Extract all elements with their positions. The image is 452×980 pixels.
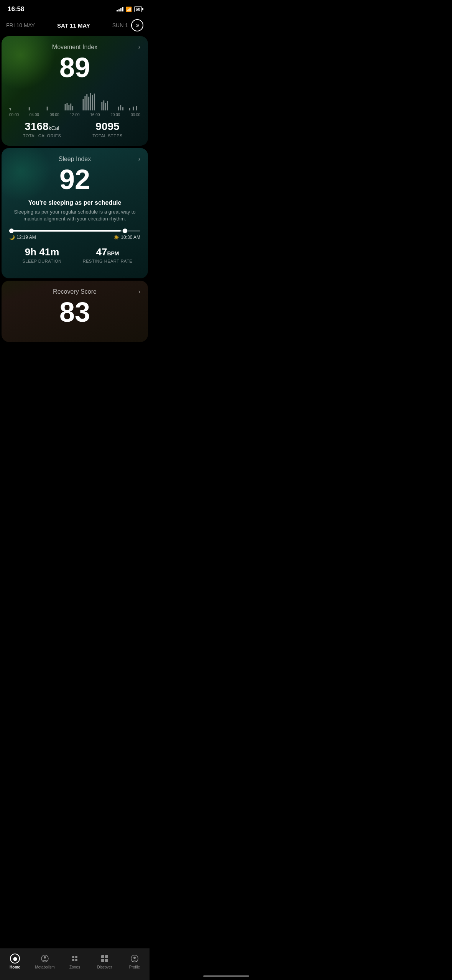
calendar-icon[interactable]: ⊙ bbox=[131, 19, 143, 31]
sleep-card-title: Sleep Index bbox=[9, 156, 140, 163]
timeline-dot-end bbox=[123, 229, 127, 233]
svg-rect-21 bbox=[122, 107, 123, 110]
sleep-duration-stat: 9h 41m SLEEP DURATION bbox=[9, 246, 75, 263]
calories-label: TOTAL CALORIES bbox=[9, 133, 75, 138]
svg-rect-9 bbox=[84, 96, 85, 110]
heart-rate-value: 47 bbox=[96, 246, 107, 258]
svg-rect-18 bbox=[107, 101, 108, 110]
sleep-start-time: 12:19 AM bbox=[16, 235, 36, 240]
status-icons: 📶 60 bbox=[117, 6, 142, 12]
timeline-dot-start bbox=[9, 229, 14, 233]
sleep-duration-label: SLEEP DURATION bbox=[9, 259, 75, 263]
moon-icon: 🌙 bbox=[9, 235, 15, 240]
date-navigation: FRI 10 MAY SAT 11 MAY SUN 1 ⊙ bbox=[0, 16, 150, 36]
svg-rect-14 bbox=[94, 94, 95, 110]
steps-label: TOTAL STEPS bbox=[75, 133, 140, 138]
svg-rect-23 bbox=[133, 107, 134, 110]
svg-rect-6 bbox=[70, 104, 71, 110]
svg-rect-16 bbox=[103, 100, 104, 110]
sleep-score: 92 bbox=[9, 166, 140, 193]
sleep-subtitle: You're sleeping as per schedule bbox=[9, 199, 140, 206]
chart-svg bbox=[9, 87, 140, 110]
svg-rect-7 bbox=[72, 106, 73, 110]
prev-date[interactable]: FRI 10 MAY bbox=[6, 22, 35, 28]
signal-icon bbox=[117, 7, 123, 12]
sun-icon: ☀️ bbox=[113, 235, 119, 240]
status-time: 16:58 bbox=[8, 5, 24, 13]
sleep-description: Sleeping as per your regular schedule is… bbox=[9, 209, 140, 222]
svg-rect-22 bbox=[129, 108, 130, 110]
next-date[interactable]: SUN 1 bbox=[112, 22, 128, 28]
calories-stat: 3168kCal TOTAL CALORIES bbox=[9, 120, 75, 138]
movement-card-title: Movement Index bbox=[9, 44, 140, 51]
sleep-card-arrow: › bbox=[138, 156, 140, 163]
heart-rate-stat: 47BPM RESTING HEART RATE bbox=[75, 246, 140, 263]
recovery-score: 83 bbox=[9, 298, 140, 326]
recovery-card-arrow: › bbox=[138, 288, 140, 295]
sleep-duration-value: 9h 41m bbox=[9, 246, 75, 258]
svg-rect-19 bbox=[118, 107, 119, 110]
current-date[interactable]: SAT 11 MAY bbox=[57, 22, 90, 29]
movement-score: 89 bbox=[9, 54, 140, 81]
battery-icon: 60 bbox=[134, 6, 142, 12]
recovery-card[interactable]: › Recovery Score 83 bbox=[2, 281, 148, 342]
steps-stat: 9095 TOTAL STEPS bbox=[75, 120, 140, 138]
sleep-card[interactable]: › Sleep Index 92 You're sleeping as per … bbox=[2, 148, 148, 278]
movement-stats-row: 3168kCal TOTAL CALORIES 9095 TOTAL STEPS bbox=[9, 120, 140, 138]
chart-labels: 00:00 04:00 08:00 12:00 16:00 20:00 00:0… bbox=[9, 113, 140, 117]
svg-rect-24 bbox=[136, 106, 137, 110]
movement-card-arrow: › bbox=[138, 44, 140, 51]
steps-value: 9095 bbox=[95, 120, 119, 132]
movement-card[interactable]: › Movement Index 89 bbox=[2, 36, 148, 146]
timeline-bar bbox=[9, 230, 140, 232]
heart-rate-unit: BPM bbox=[107, 250, 119, 257]
svg-rect-2 bbox=[47, 107, 48, 110]
sleep-end-time: 10:30 AM bbox=[121, 235, 140, 240]
svg-rect-11 bbox=[88, 97, 89, 110]
svg-rect-15 bbox=[101, 102, 102, 110]
svg-rect-8 bbox=[83, 99, 84, 110]
timeline-fill bbox=[9, 230, 121, 232]
svg-rect-5 bbox=[68, 105, 69, 110]
svg-rect-12 bbox=[90, 93, 91, 110]
svg-rect-17 bbox=[105, 103, 106, 110]
cards-container: › Movement Index 89 bbox=[0, 36, 150, 344]
calories-unit: kCal bbox=[49, 125, 59, 131]
wifi-icon: 📶 bbox=[126, 7, 132, 12]
status-bar: 16:58 📶 60 bbox=[0, 0, 150, 16]
svg-rect-1 bbox=[29, 107, 30, 110]
movement-chart: 00:00 04:00 08:00 12:00 16:00 20:00 00:0… bbox=[9, 87, 140, 114]
svg-point-25 bbox=[9, 108, 11, 109]
recovery-card-title: Recovery Score bbox=[9, 288, 140, 295]
svg-rect-3 bbox=[65, 104, 66, 110]
heart-rate-label: RESTING HEART RATE bbox=[75, 259, 140, 263]
svg-rect-4 bbox=[67, 103, 68, 110]
calories-value: 3168 bbox=[25, 120, 48, 132]
svg-rect-20 bbox=[120, 105, 121, 110]
sleep-stats-row: 9h 41m SLEEP DURATION 47BPM RESTING HEAR… bbox=[9, 246, 140, 263]
timeline-labels: 🌙 12:19 AM ☀️ 10:30 AM bbox=[9, 235, 140, 240]
sleep-timeline: 🌙 12:19 AM ☀️ 10:30 AM bbox=[9, 230, 140, 240]
svg-rect-13 bbox=[92, 95, 93, 110]
svg-rect-10 bbox=[86, 94, 87, 110]
